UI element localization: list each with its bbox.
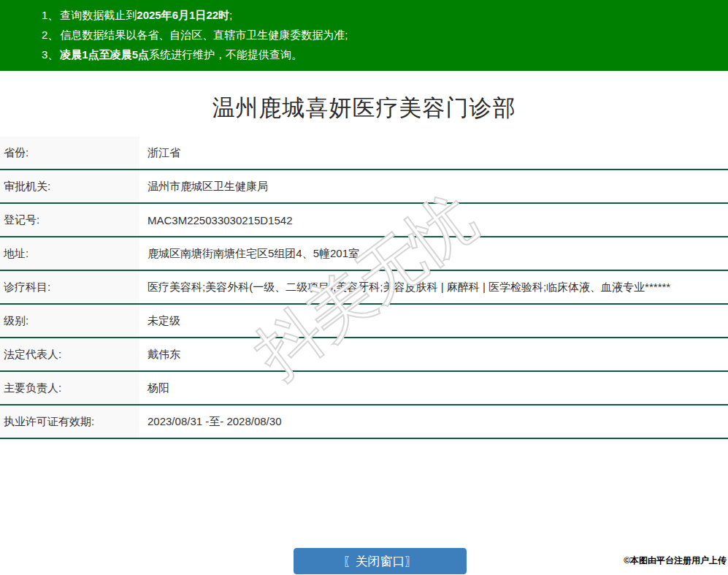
row-value: MAC3M225033030215D1542: [139, 203, 728, 237]
row-label: 诊疗科目:: [0, 270, 139, 304]
copyright-text: ©本图由平台注册用户上传: [624, 555, 727, 567]
notice-bar: 1、查询数据截止到2025年6月1日22时; 2、信息数据结果以各省、自治区、直…: [0, 0, 728, 71]
notice-text-bold: 2025年6月1日22时: [137, 9, 229, 21]
row-label: 省份:: [0, 137, 139, 170]
row-value: 2023/08/31 -至- 2028/08/30: [139, 405, 728, 438]
notice-number: 1、: [42, 9, 58, 21]
institution-info-table: 省份: 浙江省 审批机关: 温州市鹿城区卫生健康局 登记号: MAC3M2250…: [0, 137, 728, 439]
notice-line-3: 3、凌晨1点至凌晨5点系统进行维护，不能提供查询。: [42, 45, 721, 64]
row-value: 浙江省: [139, 137, 728, 170]
table-row-registration-number: 登记号: MAC3M225033030215D1542: [0, 203, 728, 237]
notice-text: 查询数据截止到: [60, 9, 137, 21]
notice-text: ;: [229, 9, 232, 21]
close-window-button[interactable]: 〖关闭窗口〗: [294, 548, 467, 574]
table-row-license-validity: 执业许可证有效期: 2023/08/31 -至- 2028/08/30: [0, 405, 728, 438]
row-label: 审批机关:: [0, 170, 139, 203]
row-value: 杨阳: [139, 371, 728, 405]
table-row-address: 地址: 鹿城区南塘街南塘住宅区5组团4、5幢201室: [0, 237, 728, 270]
notice-line-1: 1、查询数据截止到2025年6月1日22时;: [42, 5, 721, 25]
row-value: 戴伟东: [139, 338, 728, 371]
notice-number: 3、: [42, 48, 58, 61]
table-row-legal-representative: 法定代表人: 戴伟东: [0, 338, 728, 371]
row-label: 登记号:: [0, 203, 139, 237]
row-label: 法定代表人:: [0, 338, 139, 371]
table-row-medical-subjects: 诊疗科目: 医疗美容科;美容外科(一级、二级项目);美容牙科;美容皮肤科 | 麻…: [0, 270, 728, 304]
notice-text: 信息数据结果以各省、自治区、直辖市卫生健康委数据为准;: [60, 28, 348, 41]
notice-number: 2、: [42, 28, 58, 41]
table-row-approval-authority: 审批机关: 温州市鹿城区卫生健康局: [0, 170, 728, 203]
notice-text-bold: 凌晨1点至凌晨5点: [60, 48, 149, 61]
notice-text: 系统进行维护，不能提供查询。: [149, 48, 302, 61]
table-row-main-person-in-charge: 主要负责人: 杨阳: [0, 371, 728, 405]
row-value: 鹿城区南塘街南塘住宅区5组团4、5幢201室: [139, 237, 728, 270]
table-row-level: 级别: 未定级: [0, 304, 728, 338]
notice-line-2: 2、信息数据结果以各省、自治区、直辖市卫生健康委数据为准;: [42, 25, 721, 45]
row-label: 级别:: [0, 304, 139, 338]
table-row-province: 省份: 浙江省: [0, 137, 728, 170]
row-label: 执业许可证有效期:: [0, 405, 139, 438]
row-value: 温州市鹿城区卫生健康局: [139, 170, 728, 203]
row-label: 地址:: [0, 237, 139, 270]
row-value: 医疗美容科;美容外科(一级、二级项目);美容牙科;美容皮肤科 | 麻醉科 | 医…: [139, 270, 728, 304]
row-label: 主要负责人:: [0, 371, 139, 405]
page-title: 温州鹿城喜妍医疗美容门诊部: [0, 95, 728, 121]
row-value: 未定级: [139, 304, 728, 338]
